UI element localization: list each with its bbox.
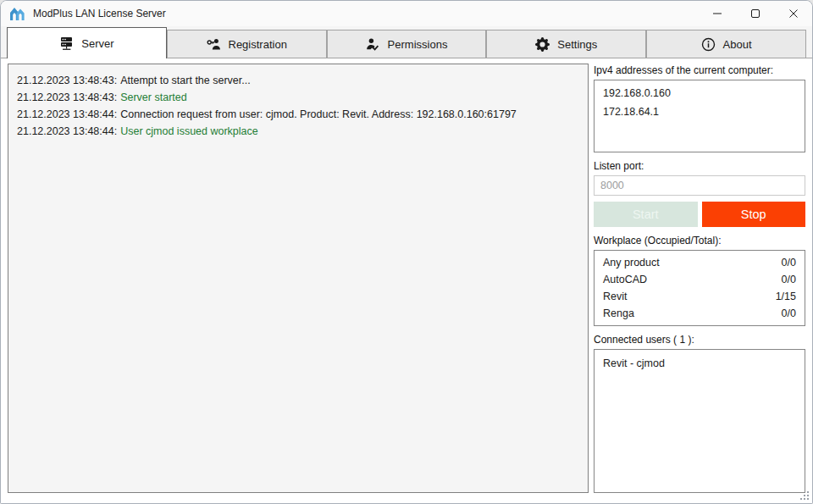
workplace-row[interactable]: Revit 1/15 [595,288,805,305]
ipv4-address[interactable]: 192.168.0.160 [595,84,805,102]
log-timestamp: 21.12.2023 13:48:43: [17,91,117,103]
title-bar: ModPlus LAN License Server [1,1,812,26]
workplace-count: 0/0 [782,307,796,319]
tab-label: Permissions [388,38,448,51]
ipv4-label: Ipv4 addresses of the current computer: [594,64,805,76]
app-window: ModPlus LAN License Server Serve [0,0,813,504]
start-button[interactable]: Start [594,202,698,227]
close-button[interactable] [774,1,812,26]
server-actions: Start Stop [594,202,805,227]
right-panel: Ipv4 addresses of the current computer: … [594,64,805,493]
ipv4-list[interactable]: 192.168.0.160 172.18.64.1 [594,80,805,152]
tab-registration[interactable]: Registration [167,30,327,58]
tab-permissions[interactable]: Permissions [327,30,487,58]
maximize-button[interactable] [736,1,774,26]
workplace-product: Any product [603,257,660,269]
log-timestamp: 21.12.2023 13:48:44: [17,108,117,120]
tab-settings[interactable]: Settings [486,30,646,58]
ipv4-address[interactable]: 172.18.64.1 [595,102,805,121]
workplace-product: Revit [603,291,627,302]
server-log[interactable]: 21.12.2023 13:48:43:Attempt to start the… [8,64,589,493]
log-timestamp: 21.12.2023 13:48:43: [17,75,117,86]
main-content: 21.12.2023 13:48:43:Attempt to start the… [1,58,812,503]
settings-icon [535,37,550,52]
registration-icon [207,37,221,52]
window-title: ModPlus LAN License Server [33,8,166,19]
log-timestamp: 21.12.2023 13:48:44: [17,125,117,137]
log-message: Attempt to start the server... [120,75,251,86]
tab-about[interactable]: About [646,30,806,58]
tab-label: Server [81,37,113,50]
tab-server[interactable]: Server [7,27,167,58]
minimize-button[interactable] [698,1,736,26]
server-icon [59,36,74,51]
permissions-icon [366,37,380,52]
workplace-row[interactable]: Renga 0/0 [595,305,805,322]
close-icon [788,8,799,19]
about-icon [701,37,716,52]
log-entry: 21.12.2023 13:48:44:User cjmod issued wo… [17,123,579,140]
tab-label: Settings [557,38,597,51]
stop-button[interactable]: Stop [702,202,806,227]
workplace-label: Workplace (Occupied/Total): [594,235,805,246]
modplus-logo-icon [9,7,26,21]
listen-port-input[interactable] [594,175,805,196]
workplace-product: AutoCAD [603,274,647,285]
listen-port-label: Listen port: [594,160,805,172]
log-entry: 21.12.2023 13:48:43:Attempt to start the… [17,72,579,89]
workplace-count: 0/0 [782,274,796,285]
tab-label: Registration [229,38,287,51]
minimize-icon [712,8,722,19]
resize-grip[interactable] [800,491,810,501]
log-message: User cjmod issued workplace [120,125,258,137]
tab-label: About [723,38,752,51]
maximize-icon [750,8,760,19]
log-message: Server started [120,91,187,103]
tab-bar: Server Registration Permissions [1,26,812,58]
log-message: Connection request from user: cjmod. Pro… [120,108,517,120]
workplace-list[interactable]: Any product 0/0 AutoCAD 0/0 Revit 1/15 [594,250,805,326]
workplace-row[interactable]: AutoCAD 0/0 [595,271,805,288]
workplace-row[interactable]: Any product 0/0 [595,254,805,271]
connected-users-label: Connected users ( 1 ): [594,334,805,346]
log-entry: 21.12.2023 13:48:43:Server started [17,89,579,106]
connected-user[interactable]: Revit - cjmod [595,355,805,372]
workplace-count: 0/0 [782,257,796,269]
workplace-product: Renga [603,307,634,319]
window-controls [698,1,812,26]
workplace-count: 1/15 [776,291,796,302]
log-entry: 21.12.2023 13:48:44:Connection request f… [17,106,579,123]
connected-users-list[interactable]: Revit - cjmod [594,349,805,493]
